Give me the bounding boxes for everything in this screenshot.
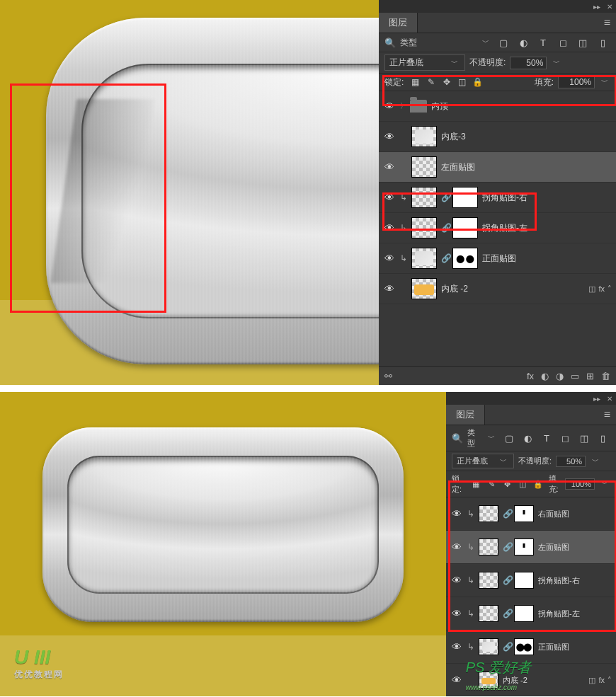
chevron-down-icon[interactable]: ﹀ [599, 77, 610, 87]
filter-pixel-icon[interactable]: ▢ [501, 431, 516, 445]
filter-adjust-icon[interactable]: ◐ [520, 431, 535, 445]
filter-adjust-icon[interactable]: ◐ [515, 35, 531, 50]
panel-footer: ⚯ fx ◐ ◑ ▭ ⊞ 🗑 [379, 366, 616, 385]
chevron-down-icon[interactable]: ﹀ [486, 433, 497, 443]
layer-item-selected[interactable]: 👁 ↳ 🔗 左面贴图 [446, 531, 616, 564]
visibility-icon[interactable]: 👁 [450, 674, 463, 686]
lock-artboard-icon[interactable]: ◫ [456, 77, 468, 87]
filter-smart-icon[interactable]: ◫ [575, 35, 591, 50]
chevron-down-icon[interactable]: ﹀ [551, 58, 562, 68]
layer-mask [514, 638, 534, 655]
lock-all-icon[interactable]: 🔒 [472, 77, 484, 87]
opacity-label: 不透明度: [469, 57, 506, 69]
filter-shape-icon[interactable]: ◻ [555, 35, 571, 50]
layer-item[interactable]: 👁 ↳ 🔗 拐角贴图-左 [379, 213, 616, 243]
panel-tab-layers[interactable]: 图层 [446, 405, 485, 425]
visibility-icon[interactable]: 👁 [383, 192, 396, 203]
footer-group-icon[interactable]: ▭ [571, 371, 579, 381]
visibility-icon[interactable]: 👁 [450, 541, 463, 553]
visibility-icon[interactable]: 👁 [450, 575, 463, 586]
layer-item[interactable]: 👁 ↳ 🔗 正面贴图 [379, 243, 616, 274]
visibility-icon[interactable]: 👁 [383, 253, 396, 264]
link-icon: 🔗 [441, 223, 448, 233]
clip-icon: ↳ [400, 192, 407, 202]
layers-list[interactable]: 👁 〉 内顶 👁 内底-3 👁 左面贴图 👁 [379, 91, 616, 366]
canvas-bottom: U III 优优教程网 [0, 392, 446, 696]
layer-item[interactable]: 👁 内底 -2 ◫ fx ˄ [379, 274, 616, 304]
metal-inner-bottom [67, 456, 379, 594]
collapse-icon[interactable]: ▸▸ [593, 395, 600, 402]
expand-icon[interactable]: 〉 [400, 101, 406, 111]
lock-transparency-icon[interactable]: ▦ [409, 77, 421, 87]
search-icon[interactable]: 🔍 [384, 38, 396, 48]
link-icon: 🔗 [503, 642, 510, 652]
visibility-icon[interactable]: 👁 [383, 100, 396, 112]
fill-input[interactable]: 100% [565, 478, 595, 490]
chevron-down-icon[interactable]: ﹀ [480, 38, 491, 47]
close-icon[interactable]: ✕ [606, 395, 613, 402]
visibility-icon[interactable]: 👁 [383, 222, 396, 234]
filter-smart-icon[interactable]: ◫ [577, 431, 592, 445]
lock-transparency-icon[interactable]: ▦ [470, 480, 482, 489]
lock-position-icon[interactable]: ✥ [501, 480, 513, 489]
fill-input[interactable]: 100% [558, 76, 595, 88]
filter-type-label[interactable]: 类型 [467, 427, 481, 449]
filter-shape-icon[interactable]: ◻ [558, 431, 573, 445]
layer-item[interactable]: 👁 ↳ 🔗 右面贴图 [446, 497, 616, 531]
collapse-icon[interactable]: ▸▸ [593, 3, 600, 10]
lock-all-icon[interactable]: 🔒 [532, 480, 544, 489]
footer-trash-icon[interactable]: 🗑 [601, 371, 610, 381]
blend-mode-select[interactable]: 正片叠底 ﹀ [384, 54, 465, 71]
footer-new-icon[interactable]: ⊞ [586, 371, 594, 381]
layer-thumb [479, 638, 498, 655]
layer-item[interactable]: 👁 ↳ 🔗 拐角贴图-左 [446, 597, 616, 630]
layer-item-selected[interactable]: 👁 左面贴图 [379, 152, 616, 183]
layer-mask [452, 187, 478, 208]
layer-item[interactable]: 👁 ↳ 🔗 拐角贴图-右 [446, 564, 616, 597]
visibility-icon[interactable]: 👁 [450, 608, 463, 619]
visibility-icon[interactable]: 👁 [450, 641, 463, 652]
panel-collapse-bar[interactable]: ▸▸ ✕ [446, 392, 616, 405]
filter-pixel-icon[interactable]: ▢ [496, 35, 511, 50]
panel-tab-layers[interactable]: 图层 [379, 13, 418, 33]
layer-name: 拐角贴图-右 [538, 575, 612, 586]
lock-pixels-icon[interactable]: ✎ [425, 77, 437, 87]
filter-text-icon[interactable]: T [535, 35, 551, 50]
panel-collapse-bar[interactable]: ▸▸ ✕ [379, 0, 616, 13]
layer-item[interactable]: 👁 〉 内顶 [379, 91, 616, 122]
lock-position-icon[interactable]: ✥ [440, 77, 452, 87]
filter-toggle-icon[interactable]: ▯ [595, 431, 610, 445]
visibility-icon[interactable]: 👁 [383, 161, 396, 173]
fill-value: 100% [569, 77, 591, 87]
layer-item[interactable]: 👁 ↳ 🔗 拐角贴图-右 [379, 183, 616, 213]
visibility-icon[interactable]: 👁 [383, 283, 396, 294]
lock-pixels-icon[interactable]: ✎ [486, 480, 498, 489]
footer-link-icon[interactable]: ⚯ [384, 371, 392, 381]
layer-item[interactable]: 👁 内底-3 [379, 122, 616, 152]
fx-indicator[interactable]: ◫ fx ˄ [588, 676, 612, 685]
footer-fx-icon[interactable]: fx [527, 371, 534, 381]
opacity-value: 50% [526, 58, 543, 68]
search-icon[interactable]: 🔍 [452, 433, 463, 444]
layer-name: 内底 -2 [441, 283, 584, 295]
lock-artboard-icon[interactable]: ◫ [517, 480, 529, 489]
visibility-icon[interactable]: 👁 [450, 508, 463, 519]
clip-icon: ↳ [467, 609, 474, 618]
opacity-input[interactable]: 50% [510, 57, 547, 69]
opacity-label: 不透明度: [518, 456, 552, 466]
blend-mode-select[interactable]: 正片叠底 ﹀ [452, 454, 514, 468]
footer-adjust-icon[interactable]: ◑ [556, 371, 564, 381]
filter-toggle-icon[interactable]: ▯ [595, 35, 610, 50]
visibility-icon[interactable]: 👁 [383, 131, 396, 142]
chevron-down-icon[interactable]: ﹀ [590, 456, 601, 466]
opacity-input[interactable]: 50% [556, 456, 586, 467]
filter-text-icon[interactable]: T [540, 431, 554, 445]
panel-menu-icon[interactable]: ≡ [598, 16, 616, 29]
close-icon[interactable]: ✕ [606, 3, 613, 10]
layer-mask [514, 505, 534, 522]
panel-menu-icon[interactable]: ≡ [598, 408, 616, 421]
footer-mask-icon[interactable]: ◐ [541, 371, 549, 381]
chevron-down-icon[interactable]: ﹀ [599, 479, 610, 489]
fx-indicator[interactable]: ◫ fx ˄ [588, 284, 612, 294]
filter-type-label[interactable]: 类型 [400, 37, 476, 49]
